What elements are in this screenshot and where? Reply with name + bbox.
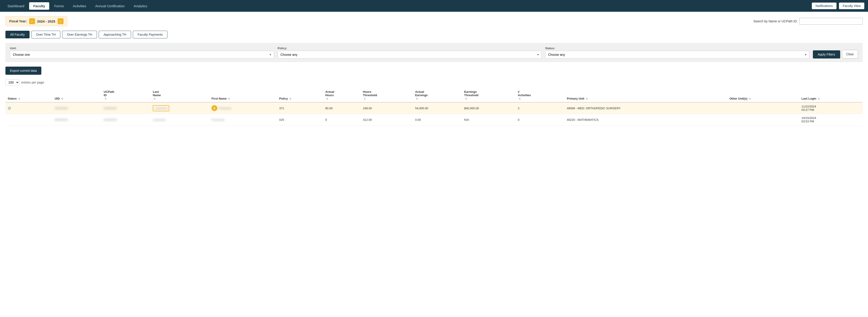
cell-num-activities: 2: [516, 102, 565, 114]
policy-label: Policy:: [278, 46, 542, 50]
fiscal-year-next[interactable]: ›: [58, 18, 63, 24]
policy-sort-icon[interactable]: ⇅: [289, 98, 291, 100]
tab-over-time-th[interactable]: Over Time TH: [31, 31, 61, 38]
cell-last-name: Lastname: [151, 114, 209, 126]
other-unit(s)-sort-icon[interactable]: ⇅: [748, 98, 751, 100]
top-row: Fiscal Year: ‹ 2024 - 2025 › Search by N…: [5, 16, 863, 26]
export-button[interactable]: Export current data: [5, 67, 41, 75]
nav-item-annual-certification[interactable]: Annual Certification: [91, 2, 129, 10]
entries-per-page-select[interactable]: 102550100: [5, 79, 20, 86]
nav-items: DashboardFacultyFormsActivitiesAnnual Ce…: [4, 2, 812, 10]
fiscal-year-value: 2024 - 2025: [37, 20, 55, 23]
hours-sort-icon[interactable]: ⇅: [364, 98, 366, 100]
fiscal-year-prev[interactable]: ‹: [29, 18, 35, 24]
col-actual: ActualHours ⇅: [323, 88, 361, 102]
nav-item-faculty[interactable]: Faculty: [29, 2, 49, 10]
cell-last-name: Lastname: [151, 102, 209, 114]
earnings-sort-icon[interactable]: ⇅: [465, 98, 467, 100]
policy-select[interactable]: Choose any: [278, 51, 542, 59]
search-input[interactable]: [799, 18, 863, 25]
ucpath-id-value: 00000000: [104, 106, 117, 110]
table-row: 0000000000000000LastnameFirstname0250312…: [5, 114, 863, 126]
col-first-name: First Name ⇅: [209, 88, 277, 102]
cell-last-login: 11/22/2024 03:27 PM: [799, 102, 863, 114]
last-name-value: Lastname: [153, 118, 165, 122]
clear-filters-button[interactable]: Clear: [842, 50, 858, 59]
faculty-view-button[interactable]: Faculty View: [839, 2, 864, 9]
cell-actual-hours: 80.00: [323, 102, 361, 114]
cell-hours-threshold: 168.00: [361, 102, 413, 114]
unit-select[interactable]: Choose one: [10, 51, 274, 59]
table-header-row: Status ⇅UID ⇅UCPathID ⇅LastName ⇅First N…: [5, 88, 863, 102]
unit-select-wrapper: Choose one: [10, 51, 274, 59]
cell-last-login: 10/15/2024 03:53 PM: [799, 114, 863, 126]
tab-approaching-th[interactable]: Approaching TH: [99, 31, 131, 38]
first-name-value: Firstname: [212, 118, 224, 122]
tab-all-faculty[interactable]: All Faculty: [5, 31, 30, 38]
cell-ucpath-id: 00000000: [101, 102, 151, 114]
entries-row: 102550100 entries per page: [5, 79, 863, 86]
entries-label: entries per page: [21, 81, 44, 84]
col-last-login: Last Login ⇅: [799, 88, 863, 102]
nav-item-forms[interactable]: Forms: [50, 2, 68, 10]
cell-num-activities: 0: [516, 114, 565, 126]
col-status: Status ⇅: [5, 88, 53, 102]
uid-sort-icon[interactable]: ⇅: [61, 98, 63, 100]
cell-policy: 025: [277, 114, 323, 126]
last-name-value: Lastname: [155, 106, 167, 110]
table-wrapper: Status ⇅UID ⇅UCPathID ⇅LastName ⇅First N…: [5, 88, 863, 126]
col-#: #Activities ⇅: [516, 88, 565, 102]
col-uid: UID ⇅: [53, 88, 101, 102]
status-sort-icon[interactable]: ⇅: [18, 98, 20, 100]
nav-item-analytics[interactable]: Analytics: [130, 2, 151, 10]
policy-select-wrapper: Choose any: [278, 51, 542, 59]
status-label: Status:: [545, 46, 809, 50]
primary-unit-sort-icon[interactable]: ⇅: [585, 98, 588, 100]
uid-value: 00000000: [55, 106, 68, 110]
filter-actions: Apply Filters Clear: [813, 50, 858, 59]
first-name-value: Firstname: [218, 106, 231, 110]
nav-right: Notifications Faculty View: [812, 2, 864, 9]
badge-number: 2: [212, 105, 217, 111]
cell-actual-hours: 0: [323, 114, 361, 126]
tab-faculty-payments[interactable]: Faculty Payments: [133, 31, 167, 38]
last-login-sort-icon[interactable]: ⇅: [817, 98, 820, 100]
actual-sort-icon[interactable]: ⇅: [416, 98, 418, 100]
tabs-row: All FacultyOver Time THOver Earnings THA…: [5, 31, 863, 38]
status-filter-group: Status: Choose any: [545, 46, 809, 59]
col-policy: Policy ⇅: [277, 88, 323, 102]
cell-status: [5, 114, 53, 126]
fiscal-year-label: Fiscal Year:: [9, 20, 27, 23]
fiscal-year-box: Fiscal Year: ‹ 2024 - 2025 ›: [5, 16, 67, 26]
notifications-button[interactable]: Notifications: [812, 2, 837, 9]
col-ucpath: UCPathID ⇅: [101, 88, 151, 102]
cell-actual-earnings: 54,000.00: [413, 102, 462, 114]
uid-value: 00000000: [55, 118, 68, 122]
first-name-sort-icon[interactable]: ⇅: [227, 98, 230, 100]
unit-label: Unit:: [10, 46, 274, 50]
cell-primary-unit: 40220 - MATHEMATICS: [565, 114, 727, 126]
export-row: Export current data: [5, 67, 863, 75]
cell-other-units: [727, 114, 799, 126]
apply-filters-button[interactable]: Apply Filters: [813, 50, 840, 59]
#-sort-icon[interactable]: ⇅: [519, 98, 521, 100]
ucpath-sort-icon[interactable]: ⇅: [104, 98, 106, 100]
table-row: ⊙0000000000000000Lastname2 Firstname3718…: [5, 102, 863, 114]
nav-item-dashboard[interactable]: Dashboard: [4, 2, 28, 10]
status-icon: ⊙: [8, 106, 11, 110]
nav-item-activities[interactable]: Activities: [69, 2, 90, 10]
search-label: Search by Name or UCPath ID:: [753, 20, 798, 23]
col-hours: HoursThreshold ⇅: [361, 88, 413, 102]
actual-sort-icon[interactable]: ⇅: [326, 98, 328, 100]
cell-hours-threshold: 312.00: [361, 114, 413, 126]
cell-ucpath-id: 00000000: [101, 114, 151, 126]
last-sort-icon[interactable]: ⇅: [154, 98, 155, 100]
status-select-wrapper: Choose any: [545, 51, 809, 59]
cell-policy: 371: [277, 102, 323, 114]
col-other-unit(s): Other Unit(s) ⇅: [727, 88, 799, 102]
cell-uid: 00000000: [53, 102, 101, 114]
status-select[interactable]: Choose any: [545, 51, 809, 59]
tab-over-earnings-th[interactable]: Over Earnings TH: [62, 31, 97, 38]
faculty-table: Status ⇅UID ⇅UCPathID ⇅LastName ⇅First N…: [5, 88, 863, 126]
filters-bar: Unit: Choose one Policy: Choose any Stat…: [5, 43, 863, 62]
